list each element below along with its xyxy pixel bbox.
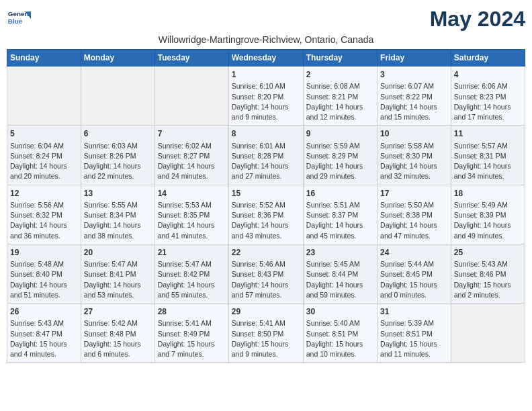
day-number: 21 — [158, 247, 226, 259]
svg-text:Blue: Blue — [8, 17, 23, 25]
calendar-cell: 6Sunrise: 6:03 AMSunset: 8:26 PMDaylight… — [81, 126, 154, 185]
calendar-cell: 25Sunrise: 5:43 AMSunset: 8:46 PMDayligh… — [451, 244, 525, 303]
day-number: 22 — [232, 247, 300, 259]
calendar-cell: 29Sunrise: 5:41 AMSunset: 8:50 PMDayligh… — [228, 304, 303, 363]
cell-text: Sunrise: 5:44 AM — [380, 259, 448, 269]
cell-text: Sunrise: 5:47 AM — [84, 259, 152, 269]
calendar-cell: 21Sunrise: 5:47 AMSunset: 8:42 PMDayligh… — [154, 244, 228, 303]
cell-text: Daylight: 14 hours — [232, 102, 300, 112]
day-number: 4 — [454, 69, 522, 81]
logo-icon: General Blue — [7, 7, 31, 31]
calendar-table: SundayMondayTuesdayWednesdayThursdayFrid… — [7, 49, 525, 363]
cell-text: and 7 minutes. — [158, 349, 226, 359]
cell-text: and 15 minutes. — [380, 112, 448, 122]
cell-text: Daylight: 14 hours — [10, 161, 78, 171]
cell-text: Sunrise: 5:48 AM — [10, 259, 78, 269]
day-number: 2 — [306, 69, 374, 81]
weekday-header-friday: Friday — [378, 50, 451, 66]
calendar-cell: 12Sunrise: 5:56 AMSunset: 8:32 PMDayligh… — [7, 185, 81, 244]
calendar-cell: 4Sunrise: 6:06 AMSunset: 8:23 PMDaylight… — [451, 66, 525, 126]
cell-text: Daylight: 15 hours — [10, 339, 78, 349]
calendar-cell: 20Sunrise: 5:47 AMSunset: 8:41 PMDayligh… — [81, 244, 154, 303]
weekday-header-saturday: Saturday — [451, 50, 525, 66]
day-number: 24 — [380, 247, 448, 259]
cell-text: Sunrise: 5:43 AM — [454, 259, 522, 269]
day-number: 20 — [84, 247, 152, 259]
calendar-cell: 1Sunrise: 6:10 AMSunset: 8:20 PMDaylight… — [228, 66, 303, 126]
cell-text: Daylight: 14 hours — [158, 280, 226, 290]
calendar-cell: 7Sunrise: 6:02 AMSunset: 8:27 PMDaylight… — [154, 126, 228, 185]
cell-text: Sunrise: 5:52 AM — [232, 200, 300, 210]
cell-text: and 11 minutes. — [380, 349, 448, 359]
cell-text: Daylight: 14 hours — [306, 102, 374, 112]
calendar-week-5: 26Sunrise: 5:43 AMSunset: 8:47 PMDayligh… — [7, 304, 525, 363]
cell-text: and 57 minutes. — [232, 290, 300, 300]
cell-text: Sunset: 8:40 PM — [10, 269, 78, 279]
cell-text: Daylight: 14 hours — [380, 102, 448, 112]
calendar-cell — [154, 66, 228, 126]
cell-text: Sunset: 8:30 PM — [380, 151, 448, 161]
day-number: 17 — [380, 188, 448, 199]
cell-text: Daylight: 14 hours — [84, 220, 152, 230]
cell-text: and 45 minutes. — [306, 231, 374, 241]
calendar-cell: 15Sunrise: 5:52 AMSunset: 8:36 PMDayligh… — [228, 185, 303, 244]
cell-text: Sunset: 8:38 PM — [380, 210, 448, 220]
calendar-cell — [7, 66, 81, 126]
page-header: General Blue May 2024 — [7, 7, 525, 32]
day-number: 14 — [158, 188, 226, 199]
day-number: 18 — [454, 188, 522, 199]
calendar-cell: 5Sunrise: 6:04 AMSunset: 8:24 PMDaylight… — [7, 126, 81, 185]
day-number: 19 — [10, 247, 78, 259]
cell-text: Daylight: 14 hours — [380, 220, 448, 230]
day-number: 1 — [232, 69, 300, 81]
cell-text: Sunset: 8:39 PM — [454, 210, 522, 220]
cell-text: Sunrise: 5:45 AM — [306, 259, 374, 269]
calendar-cell: 3Sunrise: 6:07 AMSunset: 8:22 PMDaylight… — [378, 66, 451, 126]
calendar-body: 1Sunrise: 6:10 AMSunset: 8:20 PMDaylight… — [7, 66, 525, 363]
cell-text: and 32 minutes. — [380, 171, 448, 181]
cell-text: Sunrise: 5:47 AM — [158, 259, 226, 269]
cell-text: Sunset: 8:49 PM — [158, 329, 226, 339]
cell-text: and 9 minutes. — [232, 112, 300, 122]
cell-text: Daylight: 15 hours — [306, 339, 374, 349]
day-number: 10 — [380, 128, 448, 140]
calendar-cell: 30Sunrise: 5:40 AMSunset: 8:51 PMDayligh… — [303, 304, 377, 363]
cell-text: Sunset: 8:45 PM — [380, 269, 448, 279]
cell-text: Sunset: 8:22 PM — [380, 92, 448, 102]
cell-text: Sunrise: 5:43 AM — [10, 318, 78, 328]
cell-text: Sunset: 8:46 PM — [454, 269, 522, 279]
calendar-cell: 16Sunrise: 5:51 AMSunset: 8:37 PMDayligh… — [303, 185, 377, 244]
day-number: 25 — [454, 247, 522, 259]
cell-text: Daylight: 15 hours — [84, 339, 152, 349]
cell-text: and 47 minutes. — [380, 231, 448, 241]
cell-text: Sunset: 8:24 PM — [10, 151, 78, 161]
calendar-cell: 27Sunrise: 5:42 AMSunset: 8:48 PMDayligh… — [81, 304, 154, 363]
cell-text: Sunrise: 5:42 AM — [84, 318, 152, 328]
weekday-header-monday: Monday — [81, 50, 154, 66]
cell-text: Daylight: 14 hours — [84, 161, 152, 171]
cell-text: Daylight: 14 hours — [380, 161, 448, 171]
cell-text: Sunrise: 6:10 AM — [232, 81, 300, 91]
cell-text: Daylight: 14 hours — [10, 280, 78, 290]
logo: General Blue — [7, 7, 31, 31]
cell-text: Sunset: 8:34 PM — [84, 210, 152, 220]
cell-text: Sunset: 8:37 PM — [306, 210, 374, 220]
cell-text: and 55 minutes. — [158, 290, 226, 300]
day-number: 16 — [306, 188, 374, 199]
calendar-header: SundayMondayTuesdayWednesdayThursdayFrid… — [7, 50, 525, 66]
cell-text: Sunset: 8:41 PM — [84, 269, 152, 279]
cell-text: Sunrise: 5:59 AM — [306, 141, 374, 151]
calendar-week-1: 1Sunrise: 6:10 AMSunset: 8:20 PMDaylight… — [7, 66, 525, 126]
cell-text: Sunset: 8:21 PM — [306, 92, 374, 102]
cell-text: Daylight: 14 hours — [158, 220, 226, 230]
calendar-cell: 19Sunrise: 5:48 AMSunset: 8:40 PMDayligh… — [7, 244, 81, 303]
cell-text: Sunrise: 5:55 AM — [84, 200, 152, 210]
cell-text: Sunset: 8:27 PM — [158, 151, 226, 161]
cell-text: Sunset: 8:35 PM — [158, 210, 226, 220]
day-number: 30 — [306, 306, 374, 318]
cell-text: Sunrise: 5:50 AM — [380, 200, 448, 210]
cell-text: and 12 minutes. — [306, 112, 374, 122]
cell-text: Sunset: 8:51 PM — [380, 329, 448, 339]
calendar-cell: 17Sunrise: 5:50 AMSunset: 8:38 PMDayligh… — [378, 185, 451, 244]
cell-text: Sunrise: 5:46 AM — [232, 259, 300, 269]
